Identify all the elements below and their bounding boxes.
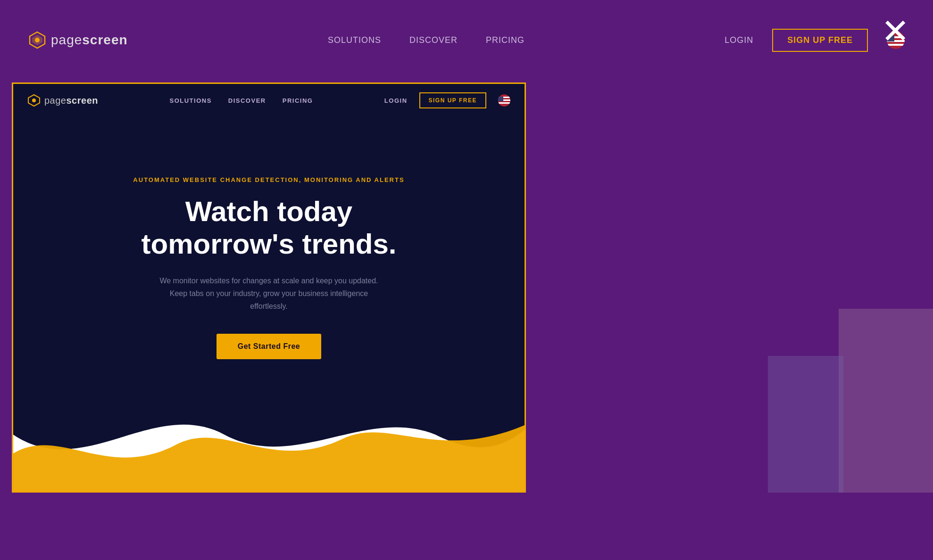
outer-navbar: pagescreen SOLUTIONS DISCOVER PRICING LO… (0, 0, 933, 80)
outer-nav-solutions[interactable]: SOLUTIONS (328, 35, 381, 45)
inner-logo-text: pagescreen (44, 95, 98, 106)
svg-rect-19 (498, 102, 510, 104)
inner-nav-links: SOLUTIONS DISCOVER PRICING (169, 97, 313, 104)
outer-nav-discover[interactable]: DISCOVER (409, 35, 458, 45)
inner-nav-discover[interactable]: DISCOVER (228, 97, 266, 104)
hero-title: Watch today tomorrow's trends. (142, 195, 397, 260)
svg-point-13 (32, 99, 36, 102)
wave-container (13, 397, 525, 491)
svg-rect-20 (498, 97, 503, 101)
hero-description: We monitor websites for changes at scale… (156, 274, 382, 313)
outer-logo[interactable]: pagescreen (28, 31, 128, 49)
inner-signup-button[interactable]: SIGN UP FREE (419, 92, 486, 108)
outer-nav-pricing[interactable]: PRICING (486, 35, 525, 45)
inner-flag-icon[interactable] (498, 94, 510, 107)
get-started-free-button[interactable]: Get Started Free (217, 334, 321, 359)
right-panel (523, 82, 933, 493)
outer-logo-icon (28, 31, 46, 49)
wave-svg (13, 397, 525, 491)
hero-subtitle: AUTOMATED WEBSITE CHANGE DETECTION, MONI… (133, 176, 404, 183)
inner-nav-right: LOGIN SIGN UP FREE (384, 92, 510, 108)
inner-nav-pricing[interactable]: PRICING (283, 97, 313, 104)
inner-navbar: pagescreen SOLUTIONS DISCOVER PRICING LO… (13, 84, 525, 117)
close-button[interactable]: ✕ (881, 14, 909, 48)
outer-login-link[interactable]: LOGIN (725, 35, 753, 45)
decorative-box-1 (839, 309, 933, 493)
svg-point-2 (35, 38, 40, 42)
hero-section: AUTOMATED WEBSITE CHANGE DETECTION, MONI… (13, 117, 525, 419)
inner-nav-solutions[interactable]: SOLUTIONS (169, 97, 211, 104)
inner-logo-icon (27, 94, 41, 107)
outer-nav-right: LOGIN SIGN UP FREE (725, 29, 905, 52)
main-frame: pagescreen SOLUTIONS DISCOVER PRICING LO… (12, 82, 526, 493)
outer-logo-text: pagescreen (51, 33, 128, 48)
inner-login-link[interactable]: LOGIN (384, 97, 408, 104)
inner-logo[interactable]: pagescreen (27, 94, 98, 107)
decorative-box-2 (768, 356, 843, 493)
outer-nav-links: SOLUTIONS DISCOVER PRICING (328, 35, 525, 45)
outer-signup-button[interactable]: SIGN UP FREE (772, 29, 868, 52)
